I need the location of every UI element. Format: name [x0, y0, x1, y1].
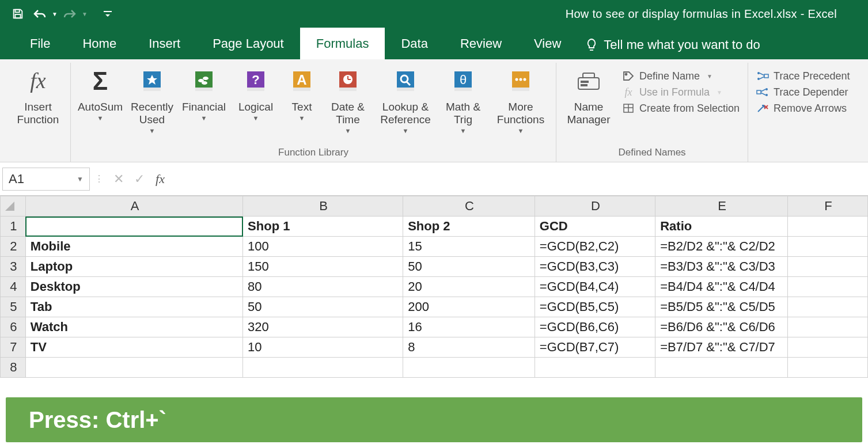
cell[interactable]: 50: [243, 297, 403, 317]
cell[interactable]: [788, 257, 868, 277]
row-header[interactable]: 5: [1, 297, 26, 317]
enter-formula-button[interactable]: ✓: [129, 169, 150, 189]
cell[interactable]: Desktop: [25, 277, 242, 297]
cell[interactable]: [788, 297, 868, 317]
cell[interactable]: 20: [403, 277, 535, 297]
use-in-formula-button[interactable]: fx Use in Formula ▼: [622, 86, 740, 98]
cell[interactable]: 8: [403, 337, 535, 358]
redo-icon[interactable]: [60, 5, 79, 23]
lookup-button[interactable]: Lookup & Reference ▼: [374, 66, 437, 134]
cell[interactable]: [788, 337, 868, 358]
cell[interactable]: Shop 1: [243, 217, 403, 237]
cell[interactable]: 80: [243, 277, 403, 297]
cell[interactable]: [403, 358, 535, 378]
tab-formulas[interactable]: Formulas: [300, 28, 385, 59]
cell[interactable]: 15: [403, 237, 535, 257]
cancel-formula-button[interactable]: ✕: [108, 169, 129, 189]
select-all-corner[interactable]: [1, 196, 26, 217]
formula-bar-input[interactable]: [170, 168, 866, 191]
undo-icon[interactable]: [30, 5, 50, 23]
text-button[interactable]: A Text ▼: [282, 66, 322, 122]
row-header[interactable]: 4: [1, 277, 26, 297]
recently-used-button[interactable]: Recently Used ▼: [126, 66, 178, 134]
qat-customize-icon[interactable]: [98, 5, 117, 23]
cell[interactable]: =B4/D4 &":"& C4/D4: [655, 277, 788, 297]
cell[interactable]: Tab: [25, 297, 242, 317]
cell[interactable]: Mobile: [25, 237, 242, 257]
cell[interactable]: [655, 358, 788, 378]
cell[interactable]: 320: [243, 317, 403, 337]
insert-function-button[interactable]: fx Insert Function: [9, 66, 67, 126]
cell[interactable]: 16: [403, 317, 535, 337]
column-header[interactable]: F: [788, 196, 868, 217]
cell[interactable]: =GCD(B5,C5): [535, 297, 655, 317]
tab-file[interactable]: File: [14, 28, 66, 59]
math-trig-button[interactable]: θ Math & Trig ▼: [437, 66, 489, 134]
trace-dependents-button[interactable]: Trace Depender: [756, 86, 850, 98]
cell[interactable]: =B7/D7 &":"& C7/D7: [655, 337, 788, 358]
financial-button[interactable]: Financial ▼: [178, 66, 230, 122]
autosum-button[interactable]: Σ AutoSum ▼: [74, 66, 126, 122]
cell[interactable]: 200: [403, 297, 535, 317]
cell[interactable]: =GCD(B6,C6): [535, 317, 655, 337]
cell[interactable]: =GCD(B3,C3): [535, 257, 655, 277]
cell[interactable]: GCD: [535, 217, 655, 237]
remove-arrows-button[interactable]: Remove Arrows: [756, 102, 850, 115]
row-header[interactable]: 8: [1, 358, 26, 378]
cell[interactable]: =B3/D3 &":"& C3/D3: [655, 257, 788, 277]
undo-dropdown-icon[interactable]: ▼: [52, 11, 58, 17]
cell[interactable]: Laptop: [25, 257, 242, 277]
trace-precedents-button[interactable]: Trace Precedent: [756, 70, 850, 82]
cell[interactable]: [243, 358, 403, 378]
tab-page-layout[interactable]: Page Layout: [196, 28, 300, 59]
column-header[interactable]: B: [243, 196, 403, 217]
row-header[interactable]: 6: [1, 317, 26, 337]
create-from-selection-button[interactable]: Create from Selection: [622, 102, 740, 115]
tab-insert[interactable]: Insert: [132, 28, 196, 59]
tab-home[interactable]: Home: [66, 28, 132, 59]
redo-dropdown-icon[interactable]: ▼: [82, 11, 88, 17]
cell[interactable]: =B6/D6 &":"& C6/D6: [655, 317, 788, 337]
save-icon[interactable]: [8, 5, 28, 23]
cell[interactable]: 100: [243, 237, 403, 257]
cell[interactable]: =B5/D5 &":"& C5/D5: [655, 297, 788, 317]
date-time-button[interactable]: Date & Time ▼: [322, 66, 374, 134]
tell-me-box[interactable]: Tell me what you want to do: [585, 31, 760, 59]
tab-view[interactable]: View: [518, 28, 577, 59]
cell[interactable]: [788, 237, 868, 257]
cell[interactable]: Watch: [25, 317, 242, 337]
cell[interactable]: [788, 277, 868, 297]
logical-button[interactable]: ? Logical ▼: [230, 66, 282, 122]
cell[interactable]: [788, 358, 868, 378]
name-box[interactable]: A1 ▼: [2, 168, 90, 191]
cell[interactable]: TV: [25, 337, 242, 358]
name-manager-button[interactable]: Name Manager: [560, 66, 617, 126]
column-header[interactable]: E: [655, 196, 788, 217]
row-header[interactable]: 1: [1, 217, 26, 237]
column-header[interactable]: C: [403, 196, 535, 217]
define-name-button[interactable]: Define Name ▼: [622, 70, 740, 82]
cell[interactable]: =GCD(B7,C7): [535, 337, 655, 358]
cell[interactable]: =GCD(B2,C2): [535, 237, 655, 257]
more-functions-button[interactable]: More Functions ▼: [489, 66, 552, 134]
row-header[interactable]: 2: [1, 237, 26, 257]
cell[interactable]: 10: [243, 337, 403, 358]
cell[interactable]: 150: [243, 257, 403, 277]
cell[interactable]: =GCD(B4,C4): [535, 277, 655, 297]
column-header[interactable]: A: [25, 196, 242, 217]
cell[interactable]: [535, 358, 655, 378]
tab-review[interactable]: Review: [444, 28, 518, 59]
cell[interactable]: Shop 2: [403, 217, 535, 237]
row-header[interactable]: 3: [1, 257, 26, 277]
cell[interactable]: 50: [403, 257, 535, 277]
tab-data[interactable]: Data: [385, 28, 444, 59]
cell[interactable]: =B2/D2 &":"& C2/D2: [655, 237, 788, 257]
cell[interactable]: [25, 217, 242, 237]
column-header[interactable]: D: [535, 196, 655, 217]
cell[interactable]: [788, 317, 868, 337]
row-header[interactable]: 7: [1, 337, 26, 358]
cell[interactable]: Ratio: [655, 217, 788, 237]
cell[interactable]: [25, 358, 242, 378]
fx-button[interactable]: fx: [150, 169, 170, 189]
cell[interactable]: [788, 217, 868, 237]
